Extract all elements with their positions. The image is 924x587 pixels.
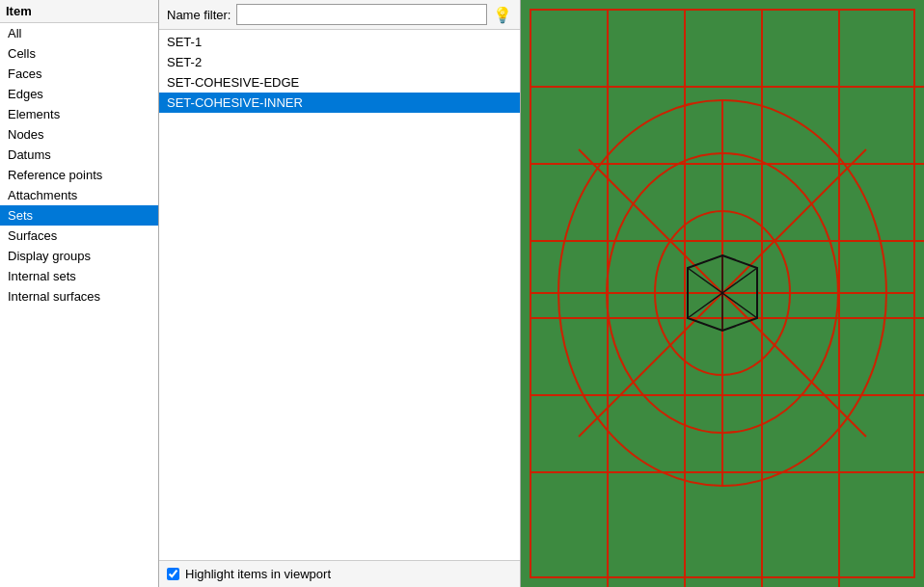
center-list-item-set-1[interactable]: SET-1	[159, 32, 520, 52]
center-panel: Name filter: 💡 SET-1SET-2SET-COHESIVE-ED…	[159, 0, 521, 587]
center-list-item-set-cohesive-edge[interactable]: SET-COHESIVE-EDGE	[159, 72, 520, 93]
left-panel-item-datums[interactable]: Datums	[0, 145, 158, 165]
left-panel-item-reference-points[interactable]: Reference points	[0, 165, 158, 185]
center-list: SET-1SET-2SET-COHESIVE-EDGESET-COHESIVE-…	[159, 30, 520, 560]
viewport	[521, 0, 924, 587]
name-filter-input[interactable]	[236, 4, 487, 25]
left-panel-item-elements[interactable]: Elements	[0, 104, 158, 124]
left-panel-item-internal-sets[interactable]: Internal sets	[0, 266, 158, 286]
center-header: Name filter: 💡	[159, 0, 520, 30]
name-filter-label: Name filter:	[167, 8, 231, 22]
left-panel-item-faces[interactable]: Faces	[0, 64, 158, 84]
left-panel-list: AllCellsFacesEdgesElementsNodesDatumsRef…	[0, 23, 158, 587]
highlight-checkbox[interactable]	[167, 568, 179, 580]
bulb-icon[interactable]: 💡	[493, 6, 512, 24]
highlight-label: Highlight items in viewport	[185, 567, 331, 581]
center-list-item-set-2[interactable]: SET-2	[159, 52, 520, 72]
left-panel-header: Item	[0, 0, 158, 23]
left-panel-item-surfaces[interactable]: Surfaces	[0, 226, 158, 246]
left-panel-item-sets[interactable]: Sets	[0, 205, 158, 226]
left-panel-item-internal-surfaces[interactable]: Internal surfaces	[0, 286, 158, 307]
center-footer: Highlight items in viewport	[159, 560, 520, 587]
left-panel-item-edges[interactable]: Edges	[0, 84, 158, 104]
center-list-item-set-cohesive-inner[interactable]: SET-COHESIVE-INNER	[159, 93, 520, 113]
left-panel-item-all[interactable]: All	[0, 23, 158, 43]
left-panel-item-nodes[interactable]: Nodes	[0, 124, 158, 145]
main-container: Item AllCellsFacesEdgesElementsNodesDatu…	[0, 0, 924, 587]
left-panel-item-cells[interactable]: Cells	[0, 43, 158, 64]
left-panel-item-display-groups[interactable]: Display groups	[0, 246, 158, 266]
left-panel-item-attachments[interactable]: Attachments	[0, 185, 158, 205]
left-panel: Item AllCellsFacesEdgesElementsNodesDatu…	[0, 0, 159, 587]
